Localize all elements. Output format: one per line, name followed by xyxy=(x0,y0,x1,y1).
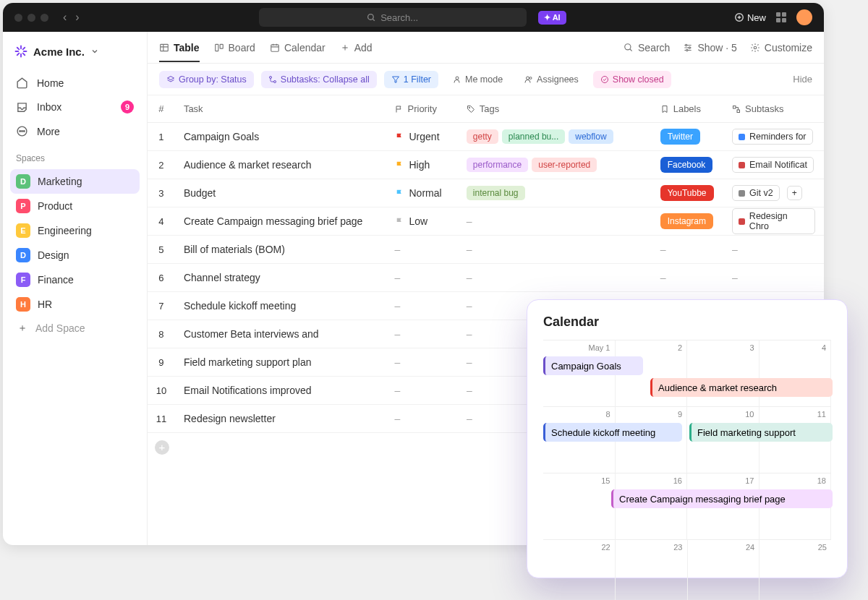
new-button[interactable]: New xyxy=(734,12,766,23)
table-row[interactable]: 1 Campaign Goals Urgent getty planned bu… xyxy=(148,123,824,151)
priority-cell[interactable]: Urgent xyxy=(386,131,458,142)
col-labels[interactable]: Labels xyxy=(652,103,723,114)
tag[interactable]: webflow xyxy=(569,129,613,144)
space-item-hr[interactable]: HHR xyxy=(10,292,140,317)
tab-add[interactable]: ＋Add xyxy=(340,38,373,57)
apps-icon[interactable] xyxy=(776,12,786,22)
table-row[interactable]: 6 Channel strategy – – – – xyxy=(148,264,824,292)
filter-group[interactable]: Group by: Status xyxy=(159,71,254,88)
add-space-button[interactable]: ＋ Add Space xyxy=(10,317,140,339)
calendar-cell[interactable]: 24 xyxy=(688,540,760,600)
col-tags[interactable]: Tags xyxy=(458,103,652,114)
priority-cell[interactable]: – xyxy=(386,300,458,312)
filter-hide[interactable]: Hide xyxy=(793,74,812,85)
priority-cell[interactable]: Normal xyxy=(386,187,458,199)
global-search[interactable]: Search... xyxy=(259,8,527,27)
calendar-event[interactable]: Create Campaign messaging brief page xyxy=(611,489,833,508)
calendar-event[interactable]: Field marketing support xyxy=(689,423,833,442)
label-cell[interactable]: – xyxy=(652,272,723,283)
label-badge[interactable]: YouTubbe xyxy=(660,185,714,201)
back-button[interactable]: ‹ xyxy=(63,11,67,24)
nav-home[interactable]: Home xyxy=(10,71,140,95)
subtask-cell[interactable]: – xyxy=(723,272,824,283)
tags-cell[interactable]: getty planned bu... webflow xyxy=(458,129,652,144)
filter-assignees[interactable]: Assignees xyxy=(517,71,586,88)
priority-cell[interactable]: – xyxy=(386,385,458,396)
tag[interactable]: internal bug xyxy=(467,186,525,200)
ai-button[interactable]: ✦ AI xyxy=(538,11,566,25)
tags-cell[interactable]: – xyxy=(458,215,652,227)
space-item-marketing[interactable]: DMarketing xyxy=(10,169,140,194)
table-row[interactable]: 4 Create Campaign messaging brief page L… xyxy=(148,207,824,236)
tab-calendar[interactable]: Calendar xyxy=(270,39,326,56)
tags-cell[interactable]: performance user-reported xyxy=(458,158,652,172)
label-badge[interactable]: Facebook xyxy=(660,157,713,173)
tab-show[interactable]: Show · 5 xyxy=(683,39,736,56)
tab-table[interactable]: Table xyxy=(159,33,200,62)
subtask-pill[interactable]: Reminders for xyxy=(732,129,813,145)
subtask-cell[interactable]: – xyxy=(723,244,824,255)
forward-button[interactable]: › xyxy=(75,11,79,24)
priority-cell[interactable]: – xyxy=(386,272,458,283)
table-row[interactable]: 2 Audience & market research High perfor… xyxy=(148,151,824,179)
space-item-finance[interactable]: FFinance xyxy=(10,267,140,292)
calendar-event[interactable]: Schedule kickoff meeting xyxy=(543,423,682,442)
calendar-cell[interactable]: 25 xyxy=(760,540,831,600)
tab-search[interactable]: Search xyxy=(624,39,670,56)
table-row[interactable]: 3 Budget Normal internal bug YouTubbe Gi… xyxy=(148,179,824,207)
subtask-cell[interactable]: Email Notificat xyxy=(723,157,824,173)
filter-count[interactable]: 1 Filter xyxy=(384,71,438,88)
subtask-pill[interactable]: Email Notificat xyxy=(732,157,814,173)
priority-cell[interactable]: – xyxy=(386,328,458,340)
priority-cell[interactable]: – xyxy=(386,356,458,368)
col-task[interactable]: Task xyxy=(175,103,386,114)
label-cell[interactable]: Twitter xyxy=(652,129,723,145)
tag[interactable]: performance xyxy=(467,158,528,172)
window-controls[interactable] xyxy=(14,14,48,22)
priority-cell[interactable]: – xyxy=(386,244,458,255)
space-item-product[interactable]: PProduct xyxy=(10,194,140,218)
label-cell[interactable]: YouTubbe xyxy=(652,185,723,201)
subtask-cell[interactable]: Reminders for xyxy=(723,129,824,145)
priority-cell[interactable]: High xyxy=(386,159,458,171)
subtask-pill[interactable]: Redesign Chro xyxy=(732,208,815,234)
space-item-design[interactable]: DDesign xyxy=(10,243,140,267)
priority-cell[interactable]: Low xyxy=(386,215,458,227)
tab-customize[interactable]: Customize xyxy=(750,39,812,56)
filter-me[interactable]: Me mode xyxy=(446,71,510,88)
subtask-cell[interactable]: Redesign Chro xyxy=(723,208,824,234)
table-row[interactable]: 5 Bill of materials (BOM) – – – – xyxy=(148,236,824,264)
label-cell[interactable]: Instagram xyxy=(652,213,723,229)
tag[interactable]: user-reported xyxy=(532,158,597,172)
label-badge[interactable]: Twitter xyxy=(660,129,700,145)
tab-board[interactable]: Board xyxy=(214,39,255,56)
calendar-cell[interactable]: 15 xyxy=(543,473,616,539)
filter-subtasks[interactable]: Subtasks: Collapse all xyxy=(261,71,377,88)
space-item-engineering[interactable]: EEngineering xyxy=(10,218,140,243)
subtask-add[interactable]: + xyxy=(787,186,802,200)
tag[interactable]: planned bu... xyxy=(502,129,565,144)
label-cell[interactable]: Facebook xyxy=(652,157,723,173)
tags-cell[interactable]: – xyxy=(458,272,652,283)
user-avatar[interactable] xyxy=(796,9,812,25)
subtask-pill[interactable]: Git v2 xyxy=(732,185,780,201)
subtask-cell[interactable]: Git v2 + xyxy=(723,185,824,201)
calendar-cell[interactable]: 23 xyxy=(616,540,688,600)
col-subtasks[interactable]: Subtasks xyxy=(723,103,824,114)
nav-inbox[interactable]: Inbox 9 xyxy=(10,95,140,119)
label-cell[interactable]: – xyxy=(652,244,723,255)
calendar-event[interactable]: Audience & market research xyxy=(650,378,833,397)
tags-cell[interactable]: – xyxy=(458,244,652,255)
nav-more[interactable]: More xyxy=(10,119,140,143)
filter-closed[interactable]: Show closed xyxy=(593,71,671,88)
priority-cell[interactable]: – xyxy=(386,413,458,424)
tag[interactable]: getty xyxy=(467,129,498,144)
calendar-event[interactable]: Campaign Goals xyxy=(543,356,643,375)
label-badge[interactable]: Instagram xyxy=(660,213,713,229)
calendar-row: May 1234Campaign GoalsAudience & market … xyxy=(543,340,831,406)
col-num[interactable]: # xyxy=(148,103,175,114)
tags-cell[interactable]: internal bug xyxy=(458,186,652,200)
col-priority[interactable]: Priority xyxy=(386,103,458,114)
workspace-switcher[interactable]: Acme Inc. xyxy=(10,42,140,61)
calendar-cell[interactable]: 22 xyxy=(543,540,616,600)
